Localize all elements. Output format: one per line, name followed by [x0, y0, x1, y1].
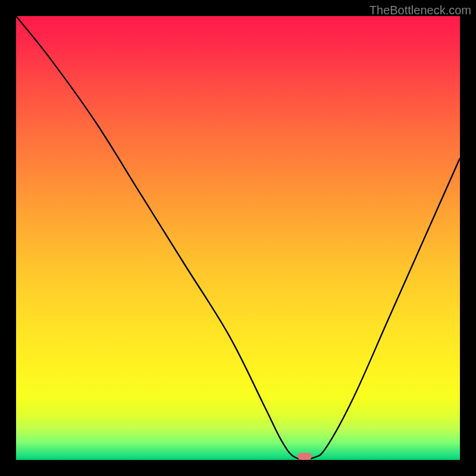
- optimal-marker: [298, 453, 312, 460]
- plot-area: [16, 16, 460, 460]
- chart-container: TheBottleneck.com: [0, 0, 476, 476]
- bottleneck-curve: [16, 16, 460, 460]
- watermark-text: TheBottleneck.com: [369, 4, 471, 17]
